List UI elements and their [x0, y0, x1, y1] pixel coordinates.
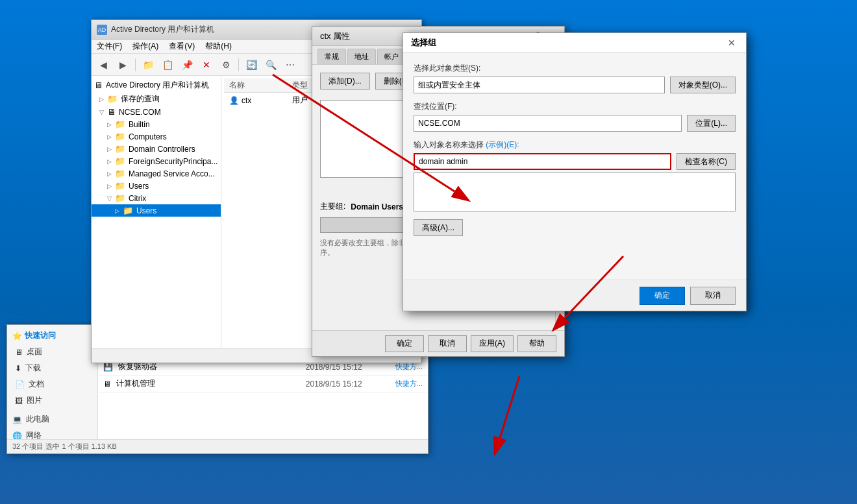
builtin-icon: 📁 [115, 119, 125, 129]
quick-access-section: ⭐ 快速访问 [7, 328, 97, 344]
toolbar-separator [135, 58, 136, 71]
filter-button[interactable]: 🔍 [262, 56, 280, 74]
tree-users[interactable]: ▷ 📁 Users [92, 180, 221, 192]
example-link[interactable]: (示例)(E): [486, 140, 519, 149]
sidebar-download[interactable]: ⬇ 下载 [7, 360, 97, 376]
menu-help[interactable]: 帮助(H) [205, 41, 232, 52]
forward-button[interactable]: ▶ [114, 56, 132, 74]
ad-window-icon: AD [97, 25, 107, 35]
dc-icon: 📁 [115, 144, 125, 154]
tree-citrix[interactable]: ▽ 📁 Citrix [92, 192, 221, 204]
properties-button[interactable]: ⚙ [217, 56, 235, 74]
tree-managed-service[interactable]: ▷ 📁 Managed Service Acco... [92, 167, 221, 180]
sidebar-documents[interactable]: 📄 文档 [7, 376, 97, 392]
sidebar-pictures[interactable]: 🖼 图片 [7, 392, 97, 409]
row-icon: 💾 [103, 363, 113, 372]
row-icon: 🖥 [103, 379, 111, 389]
tree-arrow: ▷ [107, 134, 114, 140]
ctx-tab-address[interactable]: 地址 [347, 49, 376, 64]
check-name-button[interactable]: 检查名称(C) [677, 153, 736, 170]
ad-tree: 🖥 Active Directory 用户和计算机 ▷ 📁 保存的查询 ▽ 🖥 … [92, 76, 221, 348]
citrix-users-icon: 📁 [123, 206, 133, 215]
object-type-input[interactable] [414, 77, 665, 93]
tree-arrow: ▷ [107, 183, 114, 189]
tree-arrow: ▷ [115, 208, 121, 214]
toolbar-separator2 [238, 58, 239, 71]
foreign-security-icon: 📁 [115, 156, 125, 166]
ctx-footer: 确定 取消 应用(A) 帮助 [312, 330, 564, 356]
sg-close-button[interactable]: ✕ [725, 36, 738, 49]
ctx-user-icon: 👤 [229, 96, 239, 105]
ncse-icon: 🖥 [107, 107, 116, 117]
tree-builtin[interactable]: ▷ 📁 Builtin [92, 118, 221, 130]
tree-domain-controllers[interactable]: ▷ 📁 Domain Controllers [92, 143, 221, 155]
tree-computers[interactable]: ▷ 📁 Computers [92, 130, 221, 143]
ctx-add-button[interactable]: 添加(D)... [320, 73, 370, 90]
sidebar-network[interactable]: 🌐 网络 [7, 427, 97, 439]
object-name-section: 输入对象名称来选择 (示例)(E): 检查名称(C) [414, 139, 736, 211]
status-bar: 32 个项目 选中 1 个项目 1.13 KB [7, 439, 428, 453]
tree-arrow: ▷ [107, 121, 114, 128]
menu-file[interactable]: 文件(F) [97, 41, 122, 52]
users-icon: 📁 [115, 181, 125, 191]
refresh-button[interactable]: 🔄 [242, 56, 260, 74]
pictures-icon: 🖼 [15, 396, 23, 405]
tree-arrow: ▷ [107, 146, 114, 152]
tree-root-icon: 🖥 [94, 80, 103, 90]
sg-body: 选择此对象类型(S): 对象类型(O)... 查找位置(F): 位置(L)...… [403, 53, 746, 280]
folder-button[interactable]: 📁 [139, 56, 157, 74]
documents-icon: 📄 [15, 380, 25, 389]
thispc-icon: 💻 [12, 415, 22, 424]
tree-arrow: ▷ [107, 171, 114, 177]
tree-saved-queries[interactable]: ▷ 📁 保存的查询 [92, 92, 221, 106]
desktop-icon: 🖥 [15, 348, 23, 357]
location-button[interactable]: 位置(L)... [687, 115, 736, 132]
advanced-button[interactable]: 高级(A)... [414, 219, 463, 236]
ctx-ok-button[interactable]: 确定 [385, 335, 424, 352]
back-button[interactable]: ◀ [94, 56, 112, 74]
sidebar-thispc[interactable]: 💻 此电脑 [7, 409, 97, 427]
managed-service-icon: 📁 [115, 169, 125, 178]
copy-button[interactable]: 📋 [158, 56, 177, 74]
menu-action[interactable]: 操作(A) [132, 41, 158, 52]
citrix-icon: 📁 [115, 193, 125, 203]
ctx-tab-account[interactable]: 帐户 [377, 49, 406, 64]
paste-button[interactable]: 📌 [178, 56, 196, 74]
delete-button[interactable]: ✕ [197, 56, 216, 74]
network-icon: 🌐 [12, 431, 22, 440]
tree-foreign-security[interactable]: ▷ 📁 ForeignSecurityPrincipa... [92, 155, 221, 167]
quick-access-icon: ⭐ [12, 331, 22, 341]
menu-view[interactable]: 查看(V) [169, 41, 195, 52]
more-button[interactable]: ⋯ [281, 56, 299, 74]
tree-arrow: ▽ [107, 195, 114, 202]
tree-citrix-users[interactable]: ▷ 📁 Users [92, 204, 221, 217]
ctx-cancel-button[interactable]: 取消 [428, 335, 467, 352]
sg-cancel-button[interactable]: 取消 [690, 287, 736, 305]
list-item[interactable]: 🖥 计算机管理 2018/9/15 15:12 快捷方... [98, 376, 428, 392]
sg-titlebar: 选择组 ✕ [403, 33, 746, 53]
object-name-input[interactable] [414, 153, 671, 170]
ctx-tab-general[interactable]: 常规 [317, 49, 346, 64]
location-section: 查找位置(F): 位置(L)... [414, 101, 736, 132]
object-type-section: 选择此对象类型(S): 对象类型(O)... [414, 63, 736, 93]
ctx-help-button[interactable]: 帮助 [517, 335, 556, 352]
select-group-dialog: 选择组 ✕ 选择此对象类型(S): 对象类型(O)... 查找位置(F): 位置… [403, 32, 747, 311]
tree-ncse[interactable]: ▽ 🖥 NCSE.COM [92, 106, 221, 118]
computers-icon: 📁 [115, 132, 125, 141]
object-type-button[interactable]: 对象类型(O)... [670, 77, 736, 93]
sg-footer: 确定 取消 [403, 280, 746, 311]
tree-arrow: ▷ [107, 158, 114, 165]
tree-arrow: ▷ [99, 96, 106, 102]
tree-arrow: ▽ [99, 109, 106, 115]
object-name-textarea[interactable] [414, 173, 736, 211]
saved-queries-icon: 📁 [107, 94, 118, 104]
location-input[interactable] [414, 115, 682, 132]
download-icon: ⬇ [15, 364, 21, 373]
ctx-apply-button[interactable]: 应用(A) [471, 335, 514, 352]
svg-line-3 [500, 376, 519, 438]
advanced-section: 高级(A)... [414, 219, 736, 236]
sidebar-desktop[interactable]: 🖥 桌面 [7, 344, 97, 360]
tree-root[interactable]: 🖥 Active Directory 用户和计算机 [92, 78, 221, 92]
sg-ok-button[interactable]: 确定 [640, 287, 685, 305]
